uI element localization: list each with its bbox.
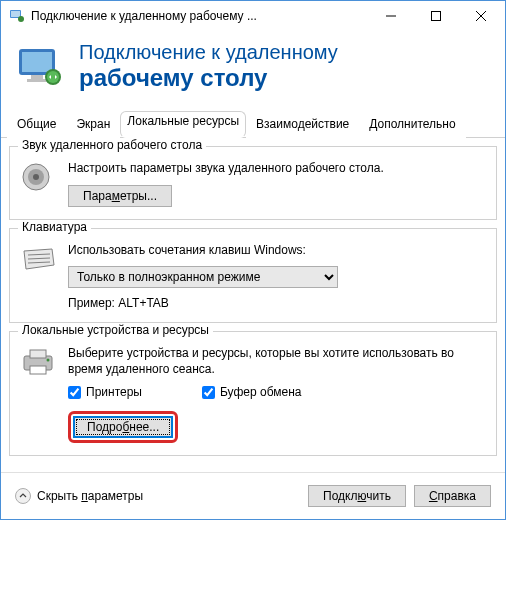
group-devices-title: Локальные устройства и ресурсы xyxy=(18,323,213,337)
svg-point-22 xyxy=(47,359,50,362)
titlebar-text: Подключение к удаленному рабочему ... xyxy=(31,9,368,23)
rdp-icon xyxy=(17,47,65,87)
group-audio: Звук удаленного рабочего стола Настроить… xyxy=(9,146,497,220)
keyboard-example: Пример: ALT+TAB xyxy=(68,296,486,310)
svg-point-12 xyxy=(47,71,59,83)
keyboard-combo[interactable]: Только в полноэкранном режиме xyxy=(68,266,338,288)
group-devices: Локальные устройства и ресурсы Выберите … xyxy=(9,331,497,456)
tab-content: Звук удаленного рабочего стола Настроить… xyxy=(1,138,505,472)
connect-button[interactable]: Подключить xyxy=(308,485,406,507)
minimize-button[interactable] xyxy=(368,2,413,30)
more-button-highlight: Подробнее... xyxy=(68,411,178,443)
svg-rect-9 xyxy=(31,75,43,79)
printer-icon xyxy=(20,346,60,443)
tab-display[interactable]: Экран xyxy=(66,111,120,138)
printers-checkbox[interactable]: Принтеры xyxy=(68,385,142,399)
tab-local-resources[interactable]: Локальные ресурсы xyxy=(120,111,246,138)
tab-experience[interactable]: Взаимодействие xyxy=(246,111,359,138)
clipboard-label: Буфер обмена xyxy=(220,385,302,399)
printers-label: Принтеры xyxy=(86,385,142,399)
header-line2: рабочему столу xyxy=(79,64,338,92)
group-keyboard: Клавиатура Использовать сочетания клавиш… xyxy=(9,228,497,324)
svg-point-2 xyxy=(18,16,24,22)
svg-rect-10 xyxy=(27,79,47,82)
keyboard-desc: Использовать сочетания клавиш Windows: xyxy=(68,243,486,259)
tab-general[interactable]: Общие xyxy=(7,111,66,138)
svg-rect-21 xyxy=(30,366,46,374)
tab-bar: Общие Экран Локальные ресурсы Взаимодейс… xyxy=(1,110,505,138)
speaker-icon xyxy=(20,161,60,207)
header-text: Подключение к удаленному рабочему столу xyxy=(79,41,338,92)
group-audio-title: Звук удаленного рабочего стола xyxy=(18,138,206,152)
svg-rect-8 xyxy=(22,52,52,72)
hide-options-toggle[interactable]: Скрыть параметры xyxy=(15,488,300,504)
svg-rect-4 xyxy=(431,12,440,21)
titlebar-buttons xyxy=(368,2,503,30)
devices-desc: Выберите устройства и ресурсы, которые в… xyxy=(68,346,486,377)
chevron-up-icon xyxy=(15,488,31,504)
tab-advanced[interactable]: Дополнительно xyxy=(359,111,465,138)
audio-settings-button[interactable]: Параметры... xyxy=(68,185,172,207)
printers-check-input[interactable] xyxy=(68,386,81,399)
svg-point-15 xyxy=(33,174,39,180)
footer: Скрыть параметры Подключить Справка xyxy=(1,472,505,519)
svg-rect-20 xyxy=(30,350,46,358)
rdp-dialog: Подключение к удаленному рабочему ... По… xyxy=(0,0,506,520)
clipboard-checkbox[interactable]: Буфер обмена xyxy=(202,385,302,399)
help-button[interactable]: Справка xyxy=(414,485,491,507)
svg-rect-1 xyxy=(11,11,20,17)
maximize-button[interactable] xyxy=(413,2,458,30)
more-button[interactable]: Подробнее... xyxy=(74,417,172,437)
clipboard-check-input[interactable] xyxy=(202,386,215,399)
keyboard-icon xyxy=(20,243,60,311)
titlebar: Подключение к удаленному рабочему ... xyxy=(1,1,505,31)
group-keyboard-title: Клавиатура xyxy=(18,220,91,234)
app-icon xyxy=(9,8,25,24)
header: Подключение к удаленному рабочему столу xyxy=(1,31,505,106)
header-line1: Подключение к удаленному xyxy=(79,41,338,64)
close-button[interactable] xyxy=(458,2,503,30)
audio-desc: Настроить параметры звука удаленного раб… xyxy=(68,161,486,177)
